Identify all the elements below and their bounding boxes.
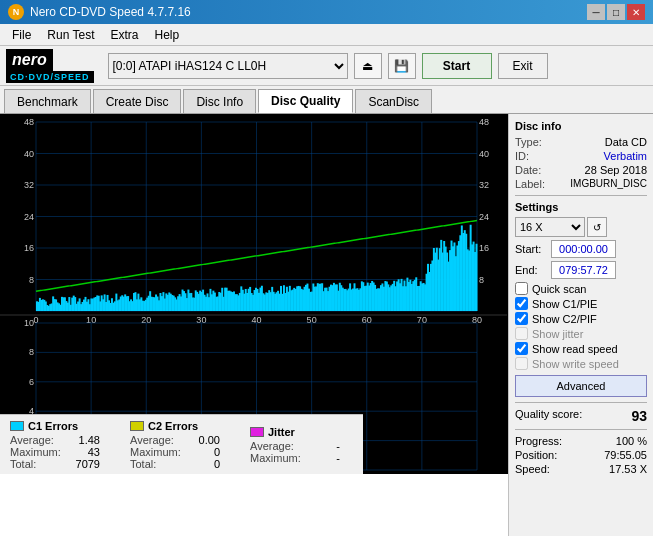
jitter-avg-value: -	[336, 440, 340, 452]
show-read-speed-row: Show read speed	[515, 342, 647, 355]
end-time-input[interactable]	[551, 261, 616, 279]
show-read-speed-checkbox[interactable]	[515, 342, 528, 355]
divider-1	[515, 195, 647, 196]
show-jitter-checkbox[interactable]	[515, 327, 528, 340]
disc-type-value: Data CD	[605, 136, 647, 148]
disc-date-label: Date:	[515, 164, 541, 176]
close-button[interactable]: ✕	[627, 4, 645, 20]
show-write-speed-label: Show write speed	[532, 358, 619, 370]
disc-id-row: ID: Verbatim	[515, 150, 647, 162]
c2-total-value: 0	[214, 458, 220, 470]
show-c1pie-label: Show C1/PIE	[532, 298, 597, 310]
progress-row: Progress: 100 %	[515, 435, 647, 447]
menu-run-test[interactable]: Run Test	[39, 26, 102, 44]
quality-score-label: Quality score:	[515, 408, 582, 424]
legend-bar: C1 Errors Average: 1.48 Maximum: 43 Tota…	[0, 414, 363, 474]
position-label: Position:	[515, 449, 557, 461]
start-button[interactable]: Start	[422, 53, 492, 79]
c1-label: C1 Errors	[28, 420, 78, 432]
menu-extra[interactable]: Extra	[102, 26, 146, 44]
c1-max-label: Maximum:	[10, 446, 61, 458]
quick-scan-checkbox[interactable]	[515, 282, 528, 295]
disc-type-row: Type: Data CD	[515, 136, 647, 148]
c2-max-label: Maximum:	[130, 446, 181, 458]
quality-score-row: Quality score: 93	[515, 408, 647, 424]
disc-info-title: Disc info	[515, 120, 647, 132]
tab-disc-quality[interactable]: Disc Quality	[258, 89, 353, 113]
end-row: End:	[515, 261, 647, 279]
progress-label: Progress:	[515, 435, 562, 447]
c1-avg-value: 1.48	[79, 434, 100, 446]
legend-jitter: Jitter Average: - Maximum: -	[250, 426, 340, 464]
menu-bar: File Run Test Extra Help	[0, 24, 653, 46]
jitter-max-value: -	[336, 452, 340, 464]
c2-avg-value: 0.00	[199, 434, 220, 446]
sidebar: Disc info Type: Data CD ID: Verbatim Dat…	[508, 114, 653, 536]
jitter-max-label: Maximum:	[250, 452, 301, 464]
quick-scan-label: Quick scan	[532, 283, 586, 295]
disc-label-value: IMGBURN_DISC	[570, 178, 647, 190]
window-title: Nero CD-DVD Speed 4.7.7.16	[30, 5, 191, 19]
legend-c1: C1 Errors Average: 1.48 Maximum: 43 Tota…	[10, 420, 100, 470]
exit-button[interactable]: Exit	[498, 53, 548, 79]
c1-total-value: 7079	[76, 458, 100, 470]
divider-3	[515, 429, 647, 430]
tab-create-disc[interactable]: Create Disc	[93, 89, 182, 113]
c1-total-label: Total:	[10, 458, 36, 470]
menu-file[interactable]: File	[4, 26, 39, 44]
window-controls: ─ □ ✕	[587, 4, 645, 20]
progress-value: 100 %	[616, 435, 647, 447]
c2-total-label: Total:	[130, 458, 156, 470]
speed-row-quality: Speed: 17.53 X	[515, 463, 647, 475]
show-c2pif-checkbox[interactable]	[515, 312, 528, 325]
start-label: Start:	[515, 243, 551, 255]
disc-id-value: Verbatim	[604, 150, 647, 162]
minimize-button[interactable]: ─	[587, 4, 605, 20]
eject-button[interactable]: ⏏	[354, 53, 382, 79]
save-button[interactable]: 💾	[388, 53, 416, 79]
advanced-button[interactable]: Advanced	[515, 375, 647, 397]
legend-c2: C2 Errors Average: 0.00 Maximum: 0 Total…	[130, 420, 220, 470]
position-row: Position: 79:55.05	[515, 449, 647, 461]
c2-label: C2 Errors	[148, 420, 198, 432]
c2-max-value: 0	[214, 446, 220, 458]
drive-select[interactable]: [0:0] ATAPI iHAS124 C LL0H	[108, 53, 348, 79]
show-read-speed-label: Show read speed	[532, 343, 618, 355]
logo-nero: nero	[6, 49, 53, 71]
quick-scan-row: Quick scan	[515, 282, 647, 295]
disc-date-row: Date: 28 Sep 2018	[515, 164, 647, 176]
settings-title: Settings	[515, 201, 647, 213]
maximize-button[interactable]: □	[607, 4, 625, 20]
tabs-bar: Benchmark Create Disc Disc Info Disc Qua…	[0, 86, 653, 114]
show-c1pie-checkbox[interactable]	[515, 297, 528, 310]
disc-label-row: Label: IMGBURN_DISC	[515, 178, 647, 190]
tab-benchmark[interactable]: Benchmark	[4, 89, 91, 113]
toolbar: nero CD·DVD/SPEED [0:0] ATAPI iHAS124 C …	[0, 46, 653, 86]
speed-label: Speed:	[515, 463, 550, 475]
disc-label-label: Label:	[515, 178, 545, 190]
show-jitter-row: Show jitter	[515, 327, 647, 340]
c1-color-box	[10, 421, 24, 431]
menu-help[interactable]: Help	[147, 26, 188, 44]
disc-id-label: ID:	[515, 150, 529, 162]
show-write-speed-row: Show write speed	[515, 357, 647, 370]
tab-scan-disc[interactable]: ScanDisc	[355, 89, 432, 113]
quality-score-value: 93	[631, 408, 647, 424]
show-jitter-label: Show jitter	[532, 328, 583, 340]
divider-2	[515, 402, 647, 403]
main-content: C1 Errors Average: 1.48 Maximum: 43 Tota…	[0, 114, 653, 536]
start-time-input[interactable]	[551, 240, 616, 258]
speed-select[interactable]: 16 X Max 4 X 8 X 24 X	[515, 217, 585, 237]
start-row: Start:	[515, 240, 647, 258]
jitter-avg-label: Average:	[250, 440, 294, 452]
app-icon: N	[8, 4, 24, 20]
title-bar: N Nero CD-DVD Speed 4.7.7.16 ─ □ ✕	[0, 0, 653, 24]
c2-color-box	[130, 421, 144, 431]
tab-disc-info[interactable]: Disc Info	[183, 89, 256, 113]
logo: nero CD·DVD/SPEED	[6, 49, 94, 83]
position-value: 79:55.05	[604, 449, 647, 461]
show-write-speed-checkbox[interactable]	[515, 357, 528, 370]
disc-type-label: Type:	[515, 136, 542, 148]
show-c2pif-row: Show C2/PIF	[515, 312, 647, 325]
speed-icon-button[interactable]: ↺	[587, 217, 607, 237]
